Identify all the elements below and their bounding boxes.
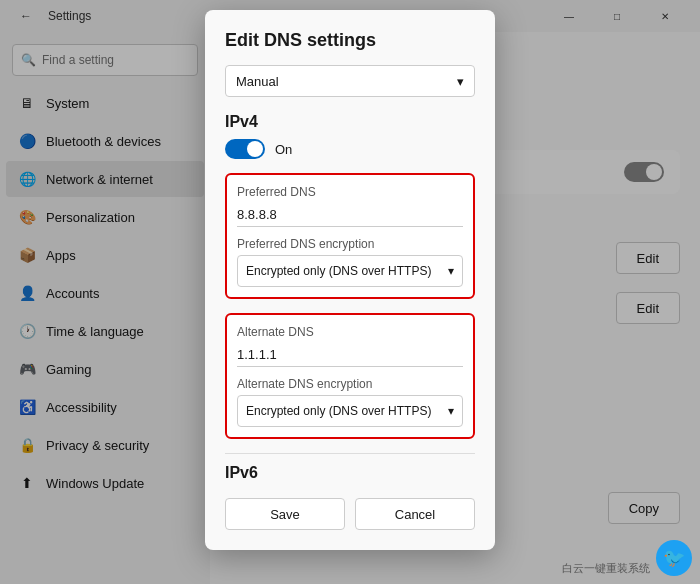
- dialog-overlay: Edit DNS settings Manual ▾ IPv4 On Prefe…: [0, 0, 700, 584]
- settings-window: ← Settings — □ ✕ 🔍 🖥 System 🔵 Bluetooth …: [0, 0, 700, 584]
- dns-mode-label: Manual: [236, 74, 279, 89]
- watermark-text: 白云一键重装系统: [562, 561, 650, 576]
- chevron-down-icon-alternate: ▾: [448, 404, 454, 418]
- alternate-encryption-dropdown[interactable]: Encrypted only (DNS over HTTPS) ▾: [237, 395, 463, 427]
- ipv4-header: IPv4: [225, 113, 475, 131]
- dns-mode-dropdown[interactable]: Manual ▾: [225, 65, 475, 97]
- preferred-encryption-dropdown[interactable]: Encrypted only (DNS over HTTPS) ▾: [237, 255, 463, 287]
- preferred-dns-label: Preferred DNS: [237, 185, 463, 199]
- alternate-encryption-label: Alternate DNS encryption: [237, 377, 463, 391]
- twitter-icon: 🐦: [663, 547, 685, 569]
- cancel-button[interactable]: Cancel: [355, 498, 475, 530]
- save-button[interactable]: Save: [225, 498, 345, 530]
- twitter-watermark: 🐦: [656, 540, 692, 576]
- chevron-down-icon-preferred: ▾: [448, 264, 454, 278]
- ipv4-toggle[interactable]: [225, 139, 265, 159]
- alternate-dns-input[interactable]: [237, 343, 463, 367]
- ipv4-toggle-row: On: [225, 139, 475, 159]
- ipv4-toggle-label: On: [275, 142, 292, 157]
- preferred-encryption-label: Preferred DNS encryption: [237, 237, 463, 251]
- preferred-encryption-value: Encrypted only (DNS over HTTPS): [246, 264, 431, 278]
- alternate-encryption-value: Encrypted only (DNS over HTTPS): [246, 404, 431, 418]
- alternate-dns-label: Alternate DNS: [237, 325, 463, 339]
- alternate-dns-section: Alternate DNS Alternate DNS encryption E…: [225, 313, 475, 439]
- preferred-dns-section: Preferred DNS Preferred DNS encryption E…: [225, 173, 475, 299]
- chevron-down-icon: ▾: [457, 74, 464, 89]
- preferred-dns-input[interactable]: [237, 203, 463, 227]
- edit-dns-dialog: Edit DNS settings Manual ▾ IPv4 On Prefe…: [205, 10, 495, 550]
- ipv6-header: IPv6: [225, 453, 475, 482]
- dialog-title: Edit DNS settings: [225, 30, 475, 51]
- dialog-footer: Save Cancel: [225, 498, 475, 530]
